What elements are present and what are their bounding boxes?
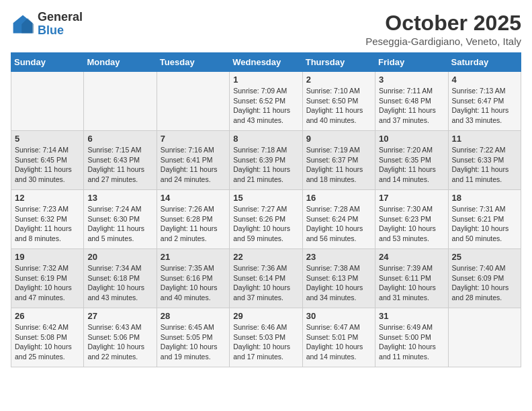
month-title: October 2025 bbox=[365, 11, 521, 36]
calendar-day-31: 31Sunrise: 6:49 AM Sunset: 5:00 PM Dayli… bbox=[375, 308, 448, 367]
day-info: Sunrise: 7:20 AM Sunset: 6:35 PM Dayligh… bbox=[379, 145, 444, 185]
day-info: Sunrise: 7:26 AM Sunset: 6:28 PM Dayligh… bbox=[161, 204, 226, 244]
calendar-day-30: 30Sunrise: 6:47 AM Sunset: 5:01 PM Dayli… bbox=[302, 308, 375, 367]
day-number: 19 bbox=[15, 252, 80, 262]
day-info: Sunrise: 7:23 AM Sunset: 6:32 PM Dayligh… bbox=[15, 204, 80, 244]
day-number: 6 bbox=[87, 134, 152, 144]
day-info: Sunrise: 7:30 AM Sunset: 6:23 PM Dayligh… bbox=[379, 204, 444, 244]
day-info: Sunrise: 7:10 AM Sunset: 6:50 PM Dayligh… bbox=[306, 86, 371, 126]
calendar-day-24: 24Sunrise: 7:39 AM Sunset: 6:11 PM Dayli… bbox=[375, 249, 448, 308]
calendar-day-2: 2Sunrise: 7:10 AM Sunset: 6:50 PM Daylig… bbox=[302, 72, 375, 131]
calendar-day-21: 21Sunrise: 7:35 AM Sunset: 6:16 PM Dayli… bbox=[157, 249, 229, 308]
calendar-day-19: 19Sunrise: 7:32 AM Sunset: 6:19 PM Dayli… bbox=[11, 249, 84, 308]
day-info: Sunrise: 6:45 AM Sunset: 5:05 PM Dayligh… bbox=[161, 322, 226, 362]
weekday-header-row: SundayMondayTuesdayWednesdayThursdayFrid… bbox=[11, 53, 521, 72]
calendar-day-17: 17Sunrise: 7:30 AM Sunset: 6:23 PM Dayli… bbox=[375, 190, 448, 249]
day-number: 9 bbox=[306, 134, 371, 144]
day-number: 11 bbox=[452, 134, 517, 144]
day-info: Sunrise: 7:11 AM Sunset: 6:48 PM Dayligh… bbox=[379, 86, 444, 126]
day-info: Sunrise: 7:24 AM Sunset: 6:30 PM Dayligh… bbox=[87, 204, 152, 244]
calendar-day-22: 22Sunrise: 7:36 AM Sunset: 6:14 PM Dayli… bbox=[230, 249, 302, 308]
weekday-header-saturday: Saturday bbox=[448, 53, 521, 72]
day-info: Sunrise: 6:42 AM Sunset: 5:08 PM Dayligh… bbox=[15, 322, 80, 362]
day-info: Sunrise: 7:09 AM Sunset: 6:52 PM Dayligh… bbox=[233, 86, 298, 126]
calendar-empty-cell bbox=[11, 72, 84, 131]
day-info: Sunrise: 6:49 AM Sunset: 5:00 PM Dayligh… bbox=[379, 322, 444, 362]
day-info: Sunrise: 7:31 AM Sunset: 6:21 PM Dayligh… bbox=[452, 204, 517, 244]
calendar-day-28: 28Sunrise: 6:45 AM Sunset: 5:05 PM Dayli… bbox=[157, 308, 229, 367]
calendar-day-10: 10Sunrise: 7:20 AM Sunset: 6:35 PM Dayli… bbox=[375, 131, 448, 190]
day-info: Sunrise: 7:36 AM Sunset: 6:14 PM Dayligh… bbox=[233, 263, 298, 303]
calendar-day-26: 26Sunrise: 6:42 AM Sunset: 5:08 PM Dayli… bbox=[11, 308, 84, 367]
day-info: Sunrise: 7:39 AM Sunset: 6:11 PM Dayligh… bbox=[379, 263, 444, 303]
weekday-header-monday: Monday bbox=[84, 53, 157, 72]
day-number: 23 bbox=[306, 252, 371, 262]
weekday-header-friday: Friday bbox=[375, 53, 448, 72]
logo-blue: Blue bbox=[38, 24, 83, 38]
day-number: 5 bbox=[15, 134, 80, 144]
day-number: 12 bbox=[15, 193, 80, 203]
day-info: Sunrise: 7:38 AM Sunset: 6:13 PM Dayligh… bbox=[306, 263, 371, 303]
calendar-day-7: 7Sunrise: 7:16 AM Sunset: 6:41 PM Daylig… bbox=[157, 131, 229, 190]
day-number: 15 bbox=[233, 193, 298, 203]
calendar-day-1: 1Sunrise: 7:09 AM Sunset: 6:52 PM Daylig… bbox=[230, 72, 302, 131]
calendar-day-25: 25Sunrise: 7:40 AM Sunset: 6:09 PM Dayli… bbox=[448, 249, 521, 308]
day-info: Sunrise: 7:16 AM Sunset: 6:41 PM Dayligh… bbox=[161, 145, 226, 185]
calendar-table: SundayMondayTuesdayWednesdayThursdayFrid… bbox=[11, 52, 521, 367]
day-info: Sunrise: 7:40 AM Sunset: 6:09 PM Dayligh… bbox=[452, 263, 517, 303]
calendar-day-29: 29Sunrise: 6:46 AM Sunset: 5:03 PM Dayli… bbox=[230, 308, 302, 367]
day-number: 4 bbox=[452, 75, 517, 85]
day-number: 28 bbox=[161, 311, 226, 321]
calendar-week-row: 5Sunrise: 7:14 AM Sunset: 6:45 PM Daylig… bbox=[11, 131, 521, 190]
calendar-empty-cell bbox=[448, 308, 521, 367]
location-subtitle: Peseggia-Gardigiano, Veneto, Italy bbox=[365, 36, 521, 47]
day-number: 24 bbox=[379, 252, 444, 262]
day-number: 26 bbox=[15, 311, 80, 321]
calendar-day-8: 8Sunrise: 7:18 AM Sunset: 6:39 PM Daylig… bbox=[230, 131, 302, 190]
day-number: 30 bbox=[306, 311, 371, 321]
calendar-week-row: 12Sunrise: 7:23 AM Sunset: 6:32 PM Dayli… bbox=[11, 190, 521, 249]
calendar-body: 1Sunrise: 7:09 AM Sunset: 6:52 PM Daylig… bbox=[11, 72, 521, 367]
calendar-day-4: 4Sunrise: 7:13 AM Sunset: 6:47 PM Daylig… bbox=[448, 72, 521, 131]
calendar-day-11: 11Sunrise: 7:22 AM Sunset: 6:33 PM Dayli… bbox=[448, 131, 521, 190]
logo: General Blue bbox=[11, 11, 83, 38]
calendar-week-row: 26Sunrise: 6:42 AM Sunset: 5:08 PM Dayli… bbox=[11, 308, 521, 367]
day-info: Sunrise: 6:46 AM Sunset: 5:03 PM Dayligh… bbox=[233, 322, 298, 362]
day-number: 18 bbox=[452, 193, 517, 203]
weekday-header-wednesday: Wednesday bbox=[230, 53, 302, 72]
title-block: October 2025 Peseggia-Gardigiano, Veneto… bbox=[365, 11, 521, 47]
calendar-day-18: 18Sunrise: 7:31 AM Sunset: 6:21 PM Dayli… bbox=[448, 190, 521, 249]
calendar-day-12: 12Sunrise: 7:23 AM Sunset: 6:32 PM Dayli… bbox=[11, 190, 84, 249]
day-info: Sunrise: 7:34 AM Sunset: 6:18 PM Dayligh… bbox=[87, 263, 152, 303]
weekday-header-sunday: Sunday bbox=[11, 53, 84, 72]
day-number: 13 bbox=[87, 193, 152, 203]
day-number: 10 bbox=[379, 134, 444, 144]
calendar-day-9: 9Sunrise: 7:19 AM Sunset: 6:37 PM Daylig… bbox=[302, 131, 375, 190]
weekday-header-tuesday: Tuesday bbox=[157, 53, 229, 72]
day-info: Sunrise: 6:43 AM Sunset: 5:06 PM Dayligh… bbox=[87, 322, 152, 362]
calendar-day-13: 13Sunrise: 7:24 AM Sunset: 6:30 PM Dayli… bbox=[84, 190, 157, 249]
logo-icon bbox=[11, 12, 35, 36]
calendar-header: SundayMondayTuesdayWednesdayThursdayFrid… bbox=[11, 53, 521, 72]
day-number: 1 bbox=[233, 75, 298, 85]
day-info: Sunrise: 7:18 AM Sunset: 6:39 PM Dayligh… bbox=[233, 145, 298, 185]
calendar-week-row: 1Sunrise: 7:09 AM Sunset: 6:52 PM Daylig… bbox=[11, 72, 521, 131]
day-number: 2 bbox=[306, 75, 371, 85]
day-number: 20 bbox=[87, 252, 152, 262]
calendar-day-6: 6Sunrise: 7:15 AM Sunset: 6:43 PM Daylig… bbox=[84, 131, 157, 190]
day-number: 31 bbox=[379, 311, 444, 321]
page-header: General Blue October 2025 Peseggia-Gardi… bbox=[11, 11, 521, 47]
day-info: Sunrise: 7:15 AM Sunset: 6:43 PM Dayligh… bbox=[87, 145, 152, 185]
day-info: Sunrise: 7:32 AM Sunset: 6:19 PM Dayligh… bbox=[15, 263, 80, 303]
day-info: Sunrise: 7:22 AM Sunset: 6:33 PM Dayligh… bbox=[452, 145, 517, 185]
calendar-day-23: 23Sunrise: 7:38 AM Sunset: 6:13 PM Dayli… bbox=[302, 249, 375, 308]
day-info: Sunrise: 7:14 AM Sunset: 6:45 PM Dayligh… bbox=[15, 145, 80, 185]
day-number: 17 bbox=[379, 193, 444, 203]
day-info: Sunrise: 7:27 AM Sunset: 6:26 PM Dayligh… bbox=[233, 204, 298, 244]
day-number: 8 bbox=[233, 134, 298, 144]
day-number: 29 bbox=[233, 311, 298, 321]
calendar-day-20: 20Sunrise: 7:34 AM Sunset: 6:18 PM Dayli… bbox=[84, 249, 157, 308]
day-info: Sunrise: 6:47 AM Sunset: 5:01 PM Dayligh… bbox=[306, 322, 371, 362]
day-info: Sunrise: 7:13 AM Sunset: 6:47 PM Dayligh… bbox=[452, 86, 517, 126]
day-number: 25 bbox=[452, 252, 517, 262]
